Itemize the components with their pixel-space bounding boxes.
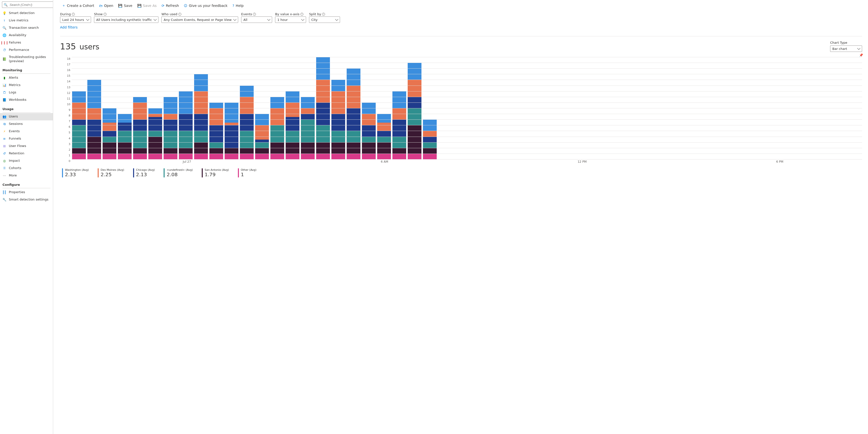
bar-segment-chicago	[423, 137, 437, 142]
events-label: Eventsi	[241, 12, 272, 16]
legend-item-undefined_[interactable]: <undefined> (Avg)2.08	[164, 168, 193, 177]
nav-item-performance[interactable]: ⏱Performance	[0, 46, 53, 54]
legend-color-swatch	[164, 168, 164, 177]
y-tick: 18	[67, 57, 70, 61]
save-as-button: 💾 Save As	[135, 3, 159, 9]
bar-segment-san_antonio	[209, 148, 223, 154]
bar-segment-other	[286, 154, 300, 160]
feedback-button[interactable]: ☺ Give us your feedback	[182, 3, 229, 9]
y-tick: 3	[69, 142, 70, 145]
bar-segment-washington	[286, 92, 300, 103]
bar-segment-san_antonio	[179, 148, 193, 154]
gridline	[71, 91, 862, 92]
help-icon: ?	[232, 4, 234, 8]
nav-item-metrics[interactable]: 📊Metrics	[0, 81, 53, 89]
bar-segment-other	[270, 154, 284, 160]
bar-segment-washington	[301, 97, 315, 108]
bar-segment-washington	[102, 108, 116, 123]
y-tick: 11	[67, 97, 70, 100]
nav-item-user-flows[interactable]: ⊞User Flows	[0, 142, 53, 150]
refresh-button[interactable]: ⟳ Refresh	[160, 3, 181, 9]
bar-segment-des_moines	[408, 80, 422, 97]
bar-segment-san_antonio	[408, 125, 422, 154]
y-tick: 7	[69, 120, 70, 123]
y-tick: 8	[69, 114, 70, 117]
nav-item-sessions[interactable]: ⧉Sessions	[0, 121, 53, 128]
events-select[interactable]: All	[241, 16, 272, 23]
nav-item-smart-detection[interactable]: 💡Smart detection	[0, 9, 53, 17]
bar-column	[118, 114, 132, 160]
nav-item-smart-detection-settings[interactable]: 🔧Smart detection settings	[0, 196, 53, 203]
nav-icon: 📗	[2, 57, 6, 61]
bar-segment-other	[164, 154, 177, 160]
nav-item-live-metrics[interactable]: ⫯Live metrics	[0, 17, 53, 24]
nav-item-transaction-search[interactable]: 🔍Transaction search	[0, 24, 53, 31]
xaxis-label: By value x-axisi	[275, 12, 306, 16]
nav-item-more[interactable]: ⋯More	[0, 172, 53, 179]
bar-column	[72, 92, 86, 160]
nav-item-cohorts[interactable]: ⠿Cohorts	[0, 165, 53, 172]
legend-item-other[interactable]: Other (Avg)1	[238, 168, 257, 177]
bar-column	[301, 97, 315, 160]
legend-item-san_antonio[interactable]: San Antonio (Avg)1.79	[202, 168, 229, 177]
nav-item-events[interactable]: ⚡Events	[0, 128, 53, 135]
sidebar-search[interactable]: 🔍	[2, 1, 53, 8]
nav-item-failures[interactable]: ❙❙❙Failures	[0, 39, 53, 46]
nav-item-impact[interactable]: ◎Impact	[0, 157, 53, 165]
info-icon: i	[253, 13, 256, 16]
add-filters-link[interactable]: Add filters	[60, 24, 868, 32]
create-cohort-button[interactable]: ＋ Create a Cohort	[60, 2, 96, 9]
bar-segment-other	[87, 154, 101, 160]
bar-segment-chicago	[332, 114, 345, 131]
nav-item-troubleshooting-guides-preview[interactable]: 📗Troubleshooting guides (preview)	[0, 54, 53, 65]
section-configure: Configure	[0, 179, 53, 188]
nav-label: Availability	[9, 33, 51, 37]
nav-item-logs[interactable]: 🗒Logs	[0, 89, 53, 96]
split-by-select[interactable]: City	[309, 16, 340, 23]
bar-segment-chicago	[316, 103, 330, 125]
chart-type-label: Chart Type	[830, 41, 847, 44]
chart-type-select[interactable]: Bar chart	[830, 45, 862, 52]
save-button[interactable]: 💾 Save	[116, 3, 134, 9]
bar-segment-undefined_	[148, 131, 162, 137]
xaxis-select[interactable]: 1 hour	[275, 16, 306, 23]
users-unit: users	[80, 42, 99, 51]
legend-color-swatch	[202, 168, 203, 177]
bar-segment-other	[423, 154, 437, 160]
pin-chart-icon[interactable]: 📌	[859, 53, 863, 57]
help-button[interactable]: ? Help	[230, 3, 246, 9]
nav-label: Sessions	[9, 122, 51, 126]
legend-item-washington[interactable]: Washington (Avg)2.33	[62, 168, 89, 177]
nav-item-retention[interactable]: ↺Retention	[0, 150, 53, 157]
x-tick: 6 PM	[776, 160, 783, 163]
show-select[interactable]: All Users including synthetic traffic	[94, 16, 158, 23]
nav-item-properties[interactable]: ║║Properties	[0, 189, 53, 196]
legend-name: Washington (Avg)	[65, 168, 89, 171]
bar-segment-washington	[408, 63, 422, 80]
nav-item-alerts[interactable]: ▮Alerts	[0, 74, 53, 81]
y-axis: 0123456789101112131415161718	[60, 57, 71, 165]
legend-name: Chicago (Avg)	[136, 168, 155, 171]
who-used-select[interactable]: Any Custom Events, Request or Page View	[161, 16, 238, 23]
open-button[interactable]: 🗁 Open	[97, 3, 115, 9]
section-usage: Usage	[0, 104, 53, 112]
during-select[interactable]: Last 24 hours	[60, 16, 91, 23]
bar-segment-undefined_	[332, 131, 345, 142]
bar-segment-des_moines	[286, 103, 300, 117]
bar-column	[133, 97, 147, 160]
toolbar-label: Give us your feedback	[189, 4, 227, 8]
y-tick: 6	[69, 125, 70, 129]
legend-value: 2.25	[101, 171, 124, 177]
gridline	[71, 79, 862, 80]
nav-item-availability[interactable]: 🌐Availability	[0, 31, 53, 39]
nav-item-workbooks[interactable]: 📘Workbooks	[0, 96, 53, 104]
bar-segment-washington	[316, 57, 330, 80]
sidebar-search-input[interactable]	[9, 3, 52, 7]
legend-item-des_moines[interactable]: Des Moines (Avg)2.25	[98, 168, 124, 177]
nav-icon: ❙❙❙	[2, 40, 6, 44]
save-as-icon: 💾	[137, 4, 142, 8]
nav-item-users[interactable]: 👥Users	[0, 113, 53, 121]
legend-item-chicago[interactable]: Chicago (Avg)2.13	[133, 168, 155, 177]
nav-item-funnels[interactable]: ≡Funnels	[0, 135, 53, 142]
bar-segment-san_antonio	[286, 142, 300, 154]
